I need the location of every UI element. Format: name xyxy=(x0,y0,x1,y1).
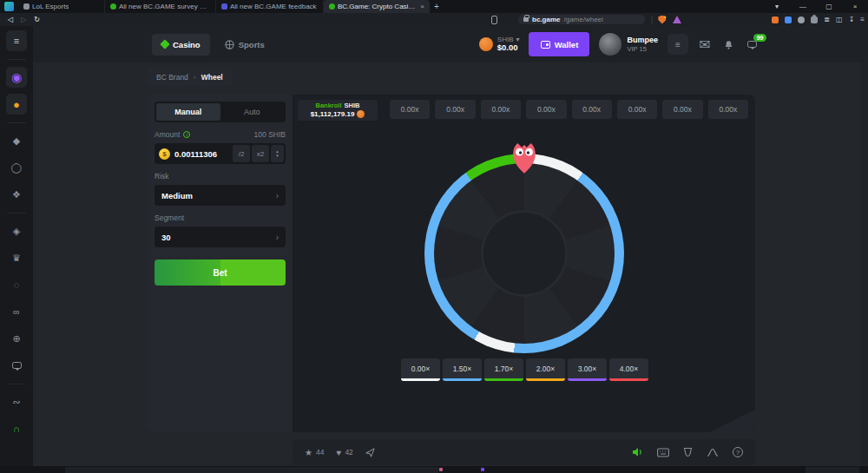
sidebar-item-links[interactable]: ∾ xyxy=(6,391,27,412)
sidebar-item-forum[interactable] xyxy=(6,355,27,376)
affiliate-icon: ⊕ xyxy=(12,333,20,345)
avatar[interactable] xyxy=(599,33,621,56)
notifications-button[interactable] xyxy=(721,39,735,49)
multiplier-4[interactable]: 3.00× xyxy=(568,358,607,381)
history-result[interactable]: 0.00x xyxy=(435,100,475,119)
extensions-puzzle-icon[interactable] xyxy=(811,16,818,23)
site-header: Casino Sports SHIB▾ $0.00 Wallet xyxy=(33,26,868,62)
star-icon[interactable]: ★ xyxy=(305,448,312,457)
tab-auto[interactable]: Auto xyxy=(220,103,285,121)
hotkeys-keyboard-icon[interactable] xyxy=(657,448,669,457)
new-tab-button[interactable]: + xyxy=(430,0,444,13)
currency-selector[interactable]: SHIB▾ $0.00 xyxy=(479,36,520,53)
tab-bcgame-wheel-active[interactable]: BC.Game: Crypto Casino Games & × xyxy=(324,0,430,13)
coin-icon: $ xyxy=(159,148,170,160)
bet-button[interactable]: Bet xyxy=(155,259,286,286)
history-result[interactable]: 0.00x xyxy=(617,100,657,119)
sidebar-item-vip[interactable]: ♛ xyxy=(6,247,27,268)
scroll-strip xyxy=(861,62,868,466)
browser-profile-icon[interactable] xyxy=(4,2,14,11)
chat-button[interactable]: 99 xyxy=(745,41,759,48)
sidebar-item-spin[interactable]: ◌ xyxy=(6,274,27,295)
wallet-button[interactable]: Wallet xyxy=(529,32,589,56)
segment-select[interactable]: 30 › xyxy=(155,227,286,247)
history-result[interactable]: 0.00x xyxy=(526,100,566,119)
tab-bcgame-survey[interactable]: All new BC.GAME survey & feedback r xyxy=(105,0,216,13)
double-amount-button[interactable]: x2 xyxy=(252,145,269,162)
sidebar-item-affiliate[interactable]: ⊕ xyxy=(6,328,27,349)
history-result[interactable]: 0.00x xyxy=(708,100,748,119)
wheel-pointer-mascot xyxy=(510,141,539,175)
extension-icon-2[interactable] xyxy=(785,16,792,23)
reload-icon[interactable]: ↻ xyxy=(34,16,40,23)
tab-bcgame-feedback[interactable]: All new BC.GAME feedback xyxy=(216,0,324,13)
help-icon[interactable]: ? xyxy=(733,447,743,457)
casino-tab[interactable]: Casino xyxy=(152,34,210,56)
favorite-stat[interactable]: ★44 xyxy=(305,448,324,457)
history-result[interactable]: 0.00x xyxy=(390,100,430,119)
step-down-icon[interactable]: ▾ xyxy=(276,154,279,159)
sidebar-menu-icon[interactable]: ≡ xyxy=(6,30,27,51)
divider xyxy=(7,213,26,214)
sports-tab[interactable]: Sports xyxy=(215,34,274,56)
browser-tab-strip: LoL Esports All new BC.GAME survey & fee… xyxy=(0,0,868,13)
adblock-shield-icon[interactable] xyxy=(658,16,666,24)
downloads-icon[interactable]: ↧ xyxy=(849,16,855,23)
sidebar-item-promotions[interactable]: ◉ xyxy=(6,67,27,88)
window-close-icon[interactable]: × xyxy=(842,0,868,13)
wheel xyxy=(424,154,624,353)
multiplier-0[interactable]: 0.00× xyxy=(401,358,440,381)
menu-icon: ≡ xyxy=(14,36,19,46)
risk-select[interactable]: Medium › xyxy=(155,185,286,206)
sidebar-item-sports[interactable]: ◯ xyxy=(6,157,27,178)
back-icon[interactable]: ◁ xyxy=(8,16,13,23)
reading-list-icon[interactable]: ≣ xyxy=(824,16,830,23)
resize-handle[interactable] xyxy=(710,410,755,432)
lock-icon[interactable] xyxy=(523,17,529,22)
amount-stepper[interactable]: ▴ ▾ xyxy=(271,145,284,162)
info-icon[interactable]: i xyxy=(183,131,190,138)
multiplier-1[interactable]: 1.50× xyxy=(443,358,482,381)
fairness-wave-icon[interactable] xyxy=(707,448,719,457)
browser-nav-bar: ◁ ▷ ↻ bc.game/game/wheel | ≣ ◫ ↧ ≡ xyxy=(0,13,868,26)
history-result[interactable]: 0.00x xyxy=(662,100,702,119)
tab-manual[interactable]: Manual xyxy=(156,103,220,121)
breadcrumb-section[interactable]: BC Brand xyxy=(156,73,188,82)
sidebar-item-bonus[interactable]: ◈ xyxy=(6,220,27,241)
segment-label-row: Segment xyxy=(155,213,286,223)
sound-icon[interactable] xyxy=(632,447,643,457)
share-button[interactable] xyxy=(365,448,375,457)
close-tab-icon[interactable]: × xyxy=(420,3,424,10)
inbox-button[interactable]: ✉ xyxy=(698,36,712,53)
history-result[interactable]: 0.00x xyxy=(572,100,612,119)
user-profile[interactable]: Bumpee VIP 15 xyxy=(599,33,658,56)
half-amount-button[interactable]: /2 xyxy=(233,145,250,162)
url-bar[interactable]: bc.game/game/wheel xyxy=(518,15,645,24)
window-minimize-icon[interactable]: — xyxy=(790,0,816,13)
heart-icon[interactable]: ♥ xyxy=(336,448,341,457)
sidebar-item-support[interactable]: ∩ xyxy=(6,418,27,439)
history-result[interactable]: 0.00x xyxy=(481,100,521,119)
sidebar-item-casino[interactable]: ◆ xyxy=(6,130,27,151)
extension-icon-1[interactable] xyxy=(772,16,779,23)
tab-label: All new BC.GAME feedback xyxy=(230,3,317,10)
multiplier-2[interactable]: 1.70× xyxy=(484,358,523,381)
seed-icon[interactable] xyxy=(683,447,693,457)
extension-icon-3[interactable] xyxy=(798,16,805,23)
multiplier-3[interactable]: 2.00× xyxy=(526,358,565,381)
save-page-icon[interactable] xyxy=(491,16,497,24)
browser-menu-icon[interactable]: ≡ xyxy=(860,16,865,23)
sidebar-item-games[interactable]: ∞ xyxy=(6,301,27,322)
amount-input[interactable] xyxy=(170,149,231,159)
target-icon: ◉ xyxy=(11,70,22,84)
sidebar-item-lottery[interactable]: ❖ xyxy=(6,184,27,205)
sidebar-item-gold[interactable]: ● xyxy=(6,94,27,115)
tab-lol-esports[interactable]: LoL Esports xyxy=(18,0,105,13)
warning-triangle-icon[interactable] xyxy=(673,16,681,23)
multiplier-5[interactable]: 4.00× xyxy=(609,358,648,381)
leaderboard-button[interactable]: ≡ xyxy=(667,34,688,55)
like-stat[interactable]: ♥42 xyxy=(336,448,352,457)
window-menu-icon[interactable]: ▾ xyxy=(764,0,790,13)
side-panel-icon[interactable]: ◫ xyxy=(836,16,843,23)
window-maximize-icon[interactable]: ▢ xyxy=(816,0,842,13)
